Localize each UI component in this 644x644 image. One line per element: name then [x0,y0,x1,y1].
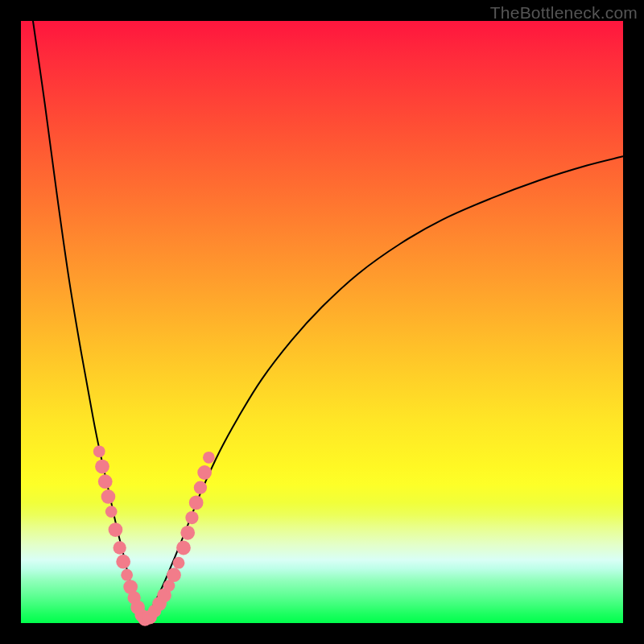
valley-marker [203,452,215,464]
chart-frame: TheBottleneck.com [0,0,644,644]
valley-marker [185,511,198,524]
valley-marker [189,496,204,510]
curve-right-branch [142,156,623,619]
valley-marker [194,481,207,494]
valley-marker [109,522,123,537]
valley-marker [180,526,195,540]
chart-overlay [21,21,623,623]
valley-marker [121,569,133,581]
valley-marker [105,506,118,518]
valley-marker [114,541,126,554]
valley-markers [93,445,215,625]
valley-marker [167,568,181,582]
valley-marker [197,465,212,480]
valley-marker [98,474,113,489]
valley-marker [173,557,185,569]
valley-marker [176,541,191,555]
valley-marker [101,489,116,504]
valley-marker [116,555,130,569]
watermark-label: TheBottleneck.com [490,3,638,23]
curve-left-branch [33,21,142,620]
valley-marker [95,460,109,474]
valley-marker [93,445,105,457]
